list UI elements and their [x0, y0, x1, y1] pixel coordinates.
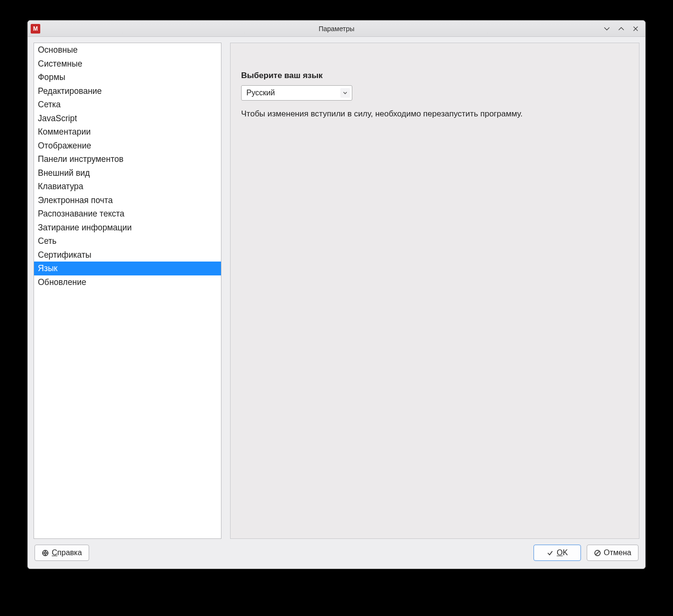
svg-point-1 — [44, 552, 46, 554]
category-item[interactable]: Отображение — [34, 139, 221, 153]
category-item[interactable]: JavaScript — [34, 112, 221, 125]
dialog-body: ОсновныеСистемныеФормыРедактированиеСетк… — [28, 37, 645, 545]
ok-label: OK — [557, 548, 568, 557]
category-item[interactable]: Электронная почта — [34, 194, 221, 207]
maximize-button[interactable] — [616, 24, 626, 34]
cancel-label: Отмена — [604, 548, 631, 557]
category-item[interactable]: Сертификаты — [34, 248, 221, 262]
language-value: Русский — [246, 89, 275, 97]
category-item[interactable]: Формы — [34, 70, 221, 84]
close-button[interactable] — [631, 24, 640, 34]
category-item[interactable]: Обновление — [34, 275, 221, 289]
window-title: Параметры — [28, 25, 645, 33]
titlebar: Параметры — [28, 21, 645, 37]
category-item[interactable]: Комментарии — [34, 125, 221, 139]
minimize-button[interactable] — [602, 24, 612, 34]
category-item[interactable]: Основные — [34, 43, 221, 57]
check-icon — [546, 549, 554, 557]
cancel-icon — [594, 549, 601, 557]
preferences-dialog: Параметры ОсновныеСистемныеФормыРедактир… — [27, 20, 646, 569]
help-icon — [42, 549, 49, 557]
language-label: Выберите ваш язык — [241, 71, 628, 80]
category-item[interactable]: Сетка — [34, 98, 221, 112]
category-item[interactable]: Редактирование — [34, 84, 221, 98]
window-controls — [602, 24, 645, 34]
dropdown-button[interactable] — [340, 88, 350, 98]
language-select[interactable]: Русский — [241, 85, 352, 101]
category-item[interactable]: Сеть — [34, 234, 221, 248]
help-button[interactable]: Справка — [35, 545, 89, 561]
category-item[interactable]: Затирание информации — [34, 221, 221, 235]
category-item[interactable]: Распознавание текста — [34, 207, 221, 221]
category-list[interactable]: ОсновныеСистемныеФормыРедактированиеСетк… — [34, 43, 221, 539]
cancel-button[interactable]: Отмена — [587, 545, 638, 561]
category-item[interactable]: Язык — [34, 262, 221, 275]
category-item[interactable]: Панели инструментов — [34, 152, 221, 166]
chevron-down-icon — [343, 91, 348, 95]
restart-hint: Чтобы изменения вступили в силу, необход… — [241, 109, 628, 119]
chevron-up-icon — [618, 25, 625, 32]
ok-button[interactable]: OK — [534, 545, 580, 561]
category-item[interactable]: Системные — [34, 57, 221, 71]
dialog-footer: Справка OK Отмена — [28, 545, 645, 569]
help-label: Справка — [52, 548, 82, 557]
content-panel: Выберите ваш язык Русский Чтобы изменени… — [230, 43, 639, 539]
app-icon — [31, 24, 40, 34]
category-item[interactable]: Клавиатура — [34, 180, 221, 194]
close-icon — [632, 25, 639, 32]
chevron-down-icon — [603, 25, 610, 32]
category-item[interactable]: Внешний вид — [34, 166, 221, 180]
